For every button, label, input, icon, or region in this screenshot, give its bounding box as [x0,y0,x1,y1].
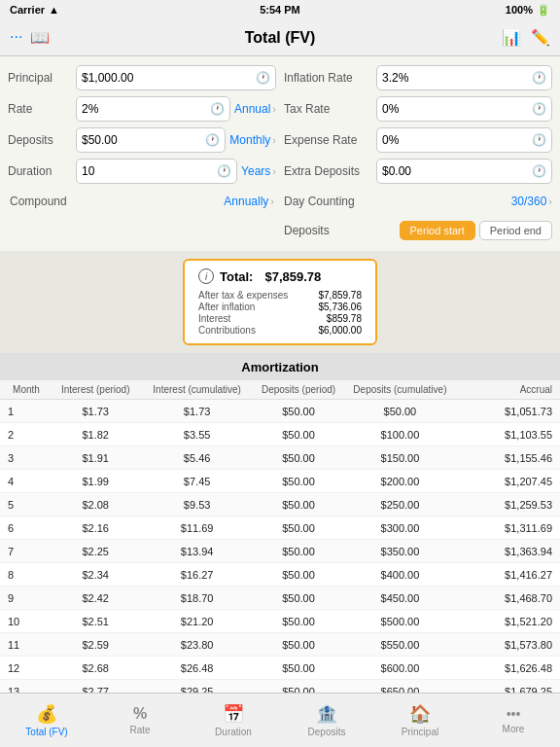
rate-suffix[interactable]: Annual › [234,102,276,116]
deposits-toggle-label: Deposits [284,224,376,237]
tab-duration[interactable]: 📅 Duration [187,694,280,747]
tab-total-fv[interactable]: 💰 Total (FV) [0,694,93,747]
tab-more[interactable]: ••• More [467,694,560,747]
cell-dep-cumulative: $500.00 [349,616,450,627]
cell-accrual: $1,103.55 [451,429,552,441]
share-icon[interactable]: ✏️ [531,28,550,47]
tax-row: Tax Rate 🕐 [284,95,552,123]
principal-clock[interactable]: 🕐 [256,71,270,85]
rate-clock[interactable]: 🕐 [210,102,225,116]
cell-month: 9 [8,592,45,604]
principal-row: Principal 🕐 [8,64,276,91]
tax-field[interactable]: 🕐 [376,96,552,122]
input-section: Principal 🕐 Rate 🕐 Annual › Deposits 🕐 [0,56,560,251]
cell-month: 3 [8,452,45,464]
book-icon[interactable]: 📖 [30,28,50,47]
inflation-field[interactable]: 🕐 [376,65,552,90]
tax-input[interactable] [382,102,530,116]
compound-label: Compound [10,195,78,208]
cell-int-period: $2.51 [45,616,146,627]
chart-icon[interactable]: 📊 [502,28,521,47]
compound-value-wrap[interactable]: Annually › [224,195,274,208]
inflation-clock[interactable]: 🕐 [532,71,546,85]
cell-accrual: $1,626.48 [451,662,552,674]
wifi-icon: ▲ [49,4,59,16]
rate-row: Rate 🕐 Annual › [8,95,276,123]
tab-deposits[interactable]: 🏦 Deposits [280,694,373,747]
day-counting-value-wrap[interactable]: 30/360 › [511,195,552,208]
day-counting-value: 30/360 [511,195,547,208]
expense-input[interactable] [382,133,530,147]
col-header-dep-period: Deposits (period) [248,384,349,395]
cell-accrual: $1,573.80 [451,639,552,651]
principal-input[interactable] [82,71,254,85]
table-row: 2 $1.82 $3.55 $50.00 $100.00 $1,103.55 [0,423,560,446]
cell-int-period: $2.42 [45,592,146,604]
table-row: 3 $1.91 $5.46 $50.00 $150.00 $1,155.46 [0,446,560,470]
duration-clock[interactable]: 🕐 [217,164,231,178]
summary-box: i Total: $7,859.78 After tax & expenses … [183,259,377,345]
after-inflation-label: After inflation [198,302,298,312]
expense-clock[interactable]: 🕐 [532,133,546,147]
cell-dep-period: $50.00 [248,452,349,464]
duration-input[interactable] [82,164,215,178]
extra-deposits-clock[interactable]: 🕐 [532,164,546,178]
cell-accrual: $1,207.45 [451,476,552,487]
tab-total-fv-label: Total (FV) [25,727,67,737]
nav-left-icons: ··· 📖 [10,28,50,47]
expense-field[interactable]: 🕐 [376,127,552,153]
cell-dep-period: $50.00 [248,499,349,511]
cell-dep-period: $50.00 [248,639,349,651]
table-row: 7 $2.25 $13.94 $50.00 $350.00 $1,363.94 [0,540,560,563]
inflation-row: Inflation Rate 🕐 [284,64,552,91]
tab-rate[interactable]: % Rate [93,694,187,747]
compound-value: Annually [224,195,268,208]
cell-int-period: $2.59 [45,639,146,651]
col-header-int-period: Interest (period) [45,384,146,395]
amortization-header: Amortization [0,353,560,380]
amortization-section: Amortization Month Interest (period) Int… [0,353,560,732]
cell-int-period: $1.99 [45,476,146,487]
info-icon[interactable]: i [198,268,214,284]
left-inputs: Principal 🕐 Rate 🕐 Annual › Deposits 🕐 [8,64,276,243]
inflation-input[interactable] [382,71,530,85]
cell-dep-period: $50.00 [248,406,349,417]
rate-field[interactable]: 🕐 [76,96,230,122]
deposits-input[interactable] [82,133,203,147]
extra-deposits-input[interactable] [382,164,530,178]
cell-dep-cumulative: $400.00 [349,569,450,581]
expense-label: Expense Rate [284,133,376,147]
cell-dep-period: $50.00 [248,476,349,487]
tax-label: Tax Rate [284,102,376,116]
duration-field[interactable]: 🕐 [76,159,237,184]
summary-section: i Total: $7,859.78 After tax & expenses … [0,251,560,353]
duration-suffix[interactable]: Years › [241,164,276,178]
deposits-suffix[interactable]: Monthly › [229,133,276,147]
rate-input[interactable] [82,102,208,116]
extra-deposits-row: Extra Deposits 🕐 [284,158,552,185]
period-start-button[interactable]: Period start [400,221,475,240]
deposits-clock[interactable]: 🕐 [205,133,220,147]
cell-month: 1 [8,406,45,417]
amortization-rows: 1 $1.73 $1.73 $50.00 $50.00 $1,051.73 2 … [0,400,560,732]
cell-dep-period: $50.00 [248,616,349,627]
menu-icon[interactable]: ··· [10,28,22,47]
nav-bar: ··· 📖 Total (FV) 📊 ✏️ [0,19,560,56]
rate-label: Rate [8,102,76,116]
expense-row: Expense Rate 🕐 [284,126,552,154]
status-right: 100% 🔋 [506,4,550,17]
cell-accrual: $1,363.94 [451,546,552,557]
col-header-dep-cumulative: Deposits (cumulative) [349,384,450,395]
principal-field[interactable]: 🕐 [76,65,276,90]
deposits-field[interactable]: 🕐 [76,127,226,153]
tax-clock[interactable]: 🕐 [532,102,546,116]
principal-label: Principal [8,71,76,85]
cell-month: 12 [8,662,45,674]
period-end-button[interactable]: Period end [479,221,552,240]
cell-month: 7 [8,546,45,557]
cell-month: 4 [8,476,45,487]
cell-int-cumulative: $21.20 [146,616,247,627]
cell-dep-cumulative: $550.00 [349,639,450,651]
tab-principal[interactable]: 🏠 Principal [373,694,467,747]
extra-deposits-field[interactable]: 🕐 [376,159,552,184]
